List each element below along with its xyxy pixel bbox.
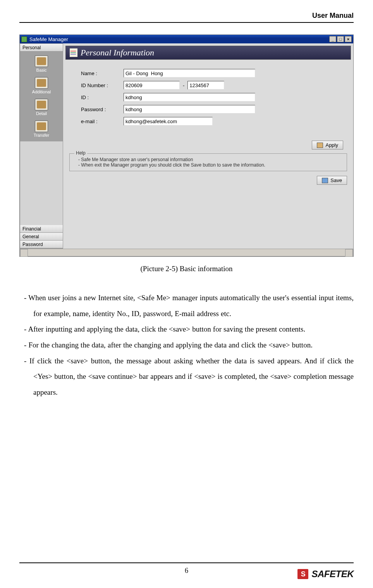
help-legend: Help [74, 150, 87, 156]
detail-icon [35, 99, 48, 110]
section-title: Personal Information [81, 48, 154, 58]
idnumber-separator: - [183, 83, 184, 88]
footer-rule [19, 562, 354, 563]
logo-icon [297, 569, 308, 579]
password-label: Password : [81, 107, 124, 112]
app-icon [21, 36, 27, 42]
idnumber-input-2[interactable] [187, 81, 224, 89]
sidebar-item-basic[interactable]: Basic [21, 53, 62, 75]
body-text: - When user joins a new Internet site, <… [19, 290, 354, 401]
main-content: Personal Information Name : ID Number : … [63, 43, 353, 249]
footer-logo: SAFETEK [297, 569, 354, 579]
apply-label: Apply [325, 142, 338, 148]
save-icon [322, 178, 328, 183]
password-input[interactable] [124, 105, 255, 113]
help-line-2: - When exit the Manager program you shou… [78, 162, 341, 168]
idnumber-input-1[interactable] [124, 81, 180, 89]
additional-icon [35, 77, 48, 89]
sidebar-item-label: Detail [36, 111, 47, 116]
window-title: SafeMe Manager [29, 36, 329, 42]
save-button[interactable]: Save [317, 176, 347, 185]
close-button[interactable]: × [345, 36, 352, 42]
accordion-personal[interactable]: Personal [20, 44, 63, 52]
page-header: User Manual [19, 12, 354, 23]
sidebar: Personal Basic Additional Detail [20, 43, 63, 249]
sidebar-item-additional[interactable]: Additional [21, 75, 62, 96]
sidebar-item-detail[interactable]: Detail [21, 96, 62, 118]
help-panel: Help - Safe Me Manager store an user's p… [69, 153, 347, 171]
transfer-icon [35, 120, 48, 132]
sidebar-item-label: Basic [36, 68, 47, 72]
sidebar-item-label: Transfer [34, 133, 50, 138]
horizontal-scrollbar[interactable] [20, 249, 353, 256]
minimize-button[interactable]: _ [329, 36, 336, 42]
id-label: ID : [81, 95, 124, 100]
idnumber-label: ID Number : [81, 83, 124, 88]
figure-caption: (Picture 2-5) Basic information [19, 265, 354, 273]
paragraph-1: - When user joins a new Internet site, <… [19, 290, 354, 322]
email-input[interactable] [124, 117, 213, 126]
paragraph-3: - For the changing the data, after the c… [19, 337, 354, 353]
sidebar-item-label: Additional [32, 89, 51, 94]
paragraph-4: - If click the <save> button, the messag… [19, 353, 354, 401]
basic-icon [35, 55, 48, 67]
apply-icon [317, 143, 323, 148]
accordion-financial[interactable]: Financial [20, 225, 63, 233]
name-label: Name : [81, 70, 124, 76]
screenshot-window: SafeMe Manager _ □ × Personal Basic Addi… [19, 34, 354, 257]
name-input[interactable] [124, 69, 255, 77]
id-input[interactable] [124, 93, 255, 101]
window-titlebar: SafeMe Manager _ □ × [20, 35, 353, 43]
help-line-1: - Safe Me Manager store an user's person… [78, 157, 341, 162]
email-label: e-mail : [81, 119, 124, 124]
accordion-general[interactable]: General [20, 233, 63, 241]
accordion-password[interactable]: Password [20, 241, 63, 248]
apply-button[interactable]: Apply [312, 141, 343, 150]
logo-text: SAFETEK [311, 569, 354, 579]
save-label: Save [330, 177, 342, 183]
document-icon [70, 48, 77, 57]
section-header: Personal Information [65, 46, 351, 60]
sidebar-item-transfer[interactable]: Transfer [21, 118, 62, 140]
maximize-button[interactable]: □ [337, 36, 344, 42]
paragraph-2: - After inputting and applying the data,… [19, 322, 354, 337]
